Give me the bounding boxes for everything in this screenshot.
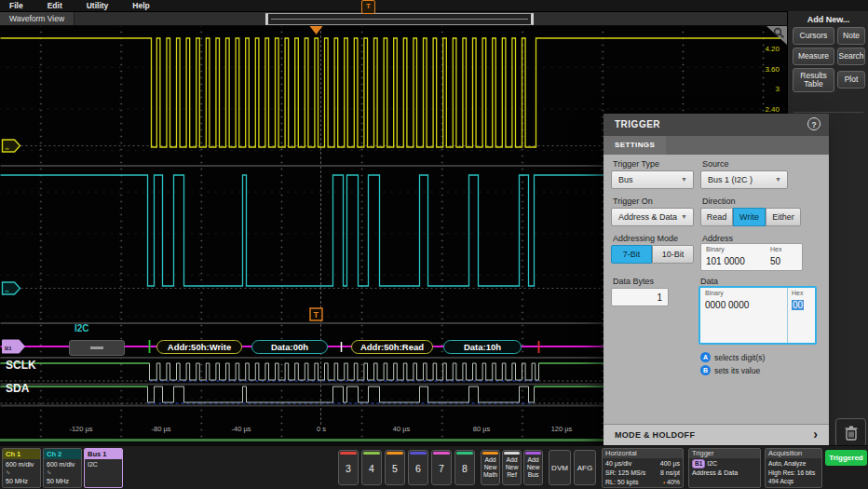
trigger-type-dropdown[interactable]: Bus ▼ <box>611 170 694 189</box>
afg-button[interactable]: AFG <box>574 450 596 485</box>
knob-b-icon: B <box>700 365 711 375</box>
bus-1-badge[interactable]: Bus 1 I2C <box>84 448 123 488</box>
collapse-dash-icon <box>90 346 103 349</box>
bus-1-name: Bus 1 <box>85 449 122 459</box>
decode-data-00h[interactable]: Data:00h <box>251 340 328 354</box>
trigger-mode: Address & Data <box>692 469 757 478</box>
address-input[interactable]: Binary 101 0000 Hex 50 <box>700 243 803 271</box>
bus-1-chip: B1 <box>692 459 705 469</box>
acquisition-settings-badge[interactable]: Acquisition Auto, Analyze High Res: 16 b… <box>765 448 822 488</box>
direction-read-button[interactable]: Read <box>700 208 733 226</box>
decode-data-10h[interactable]: Data:10h <box>443 340 522 354</box>
measure-button[interactable]: Measure <box>793 48 834 65</box>
trigger-on-label: Trigger On <box>613 197 653 206</box>
address-binary-label: Binary <box>706 246 725 252</box>
addressing-7bit-button[interactable]: 7-Bit <box>611 245 652 264</box>
trash-button[interactable] <box>835 418 866 447</box>
data-hex-value-selected[interactable]: 00 <box>792 300 804 310</box>
data-label: Data <box>700 277 718 286</box>
svg-text:‹›: ‹› <box>6 288 9 293</box>
cursors-button[interactable]: Cursors <box>793 27 834 45</box>
trigger-on-dropdown[interactable]: Address & Data ▼ <box>611 208 694 226</box>
menu-edit[interactable]: Edit <box>47 1 62 10</box>
slot-number: 8 <box>455 463 474 474</box>
channel-2-bandwidth: 50 MHz <box>47 478 69 484</box>
plot-button[interactable]: Plot <box>837 71 865 88</box>
add-new-math-button[interactable]: Add New Math <box>481 450 500 485</box>
axis-tick: 40 µs <box>393 425 411 433</box>
data-box-divider <box>787 288 788 343</box>
data-bytes-input[interactable]: 1 <box>611 288 669 306</box>
add-new-ref-button[interactable]: Add New Ref <box>502 450 522 485</box>
scale-label: 3.60 <box>765 65 780 74</box>
address-binary-value[interactable]: 101 0000 <box>706 256 745 266</box>
horizontal-overview-bracket[interactable] <box>265 13 534 25</box>
decode-addr-write[interactable]: Addr:50h:Write <box>156 340 242 354</box>
address-hex-label: Hex <box>770 246 781 252</box>
slot-button-3[interactable]: 3 <box>338 450 359 485</box>
slot-color-stripe <box>433 452 450 455</box>
sidebar-divider <box>793 112 863 113</box>
source-dropdown[interactable]: Bus 1 (I2C ) ▼ <box>700 170 788 189</box>
bus-collapse-handle[interactable] <box>69 340 125 356</box>
axis-tick: -120 µs <box>69 425 92 433</box>
axis-tick: 0 s <box>317 425 326 433</box>
slot-button-6[interactable]: 6 <box>408 450 428 485</box>
acquisition-resolution: High Res: 16 bits <box>768 469 819 478</box>
tab-settings[interactable]: SETTINGS <box>604 136 666 155</box>
slot-button-8[interactable]: 8 <box>454 450 475 485</box>
add-new-bus-button[interactable]: Add New Bus <box>523 450 543 485</box>
direction-label: Direction <box>702 197 736 206</box>
direction-write-button[interactable]: Write <box>733 208 766 226</box>
axis-tick: 120 µs <box>551 425 573 433</box>
channel-1-bandwidth: 50 MHz <box>6 478 28 484</box>
sda-label: SDA <box>6 382 29 395</box>
math-color-stripe <box>482 452 498 455</box>
slot-color-stripe <box>340 452 357 455</box>
overview-trigger-position-marker[interactable]: T <box>361 0 375 14</box>
scale-label: 4.20 <box>765 45 780 53</box>
channel-2-scale: 600 m/div <box>47 460 78 469</box>
address-label: Address <box>702 234 733 243</box>
menu-file[interactable]: File <box>9 1 23 10</box>
slot-button-7[interactable]: 7 <box>431 450 452 485</box>
knob-a-hint: selects digit(s) <box>714 353 765 362</box>
data-binary-label: Binary <box>705 290 724 296</box>
trigger-panel-header[interactable]: TRIGGER ? <box>604 114 829 136</box>
slot-button-5[interactable]: 5 <box>385 450 405 485</box>
help-icon[interactable]: ? <box>807 117 821 130</box>
slot-color-stripe <box>410 452 427 455</box>
direction-either-button[interactable]: Either <box>766 208 801 226</box>
decode-addr-read[interactable]: Addr:50h:Read <box>351 340 433 354</box>
record-length: RL: 50 kpts <box>605 478 638 487</box>
menu-utility[interactable]: Utility <box>87 1 109 10</box>
mode-holdoff-bar[interactable]: MODE & HOLDOFF › <box>604 424 829 446</box>
horizontal-settings-badge[interactable]: Horizontal 40 µs/div 400 µs SR: 125 MS/s… <box>602 448 684 488</box>
acquisition-mode: Auto, Analyze <box>768 459 819 469</box>
magnifier-icon <box>773 27 785 39</box>
ref-color-stripe <box>504 452 520 455</box>
channel-1-badge[interactable]: Ch 1 600 m/div ∿ 50 MHz ⊓⊔ <box>2 448 41 488</box>
search-button[interactable]: Search <box>837 48 865 65</box>
slot-color-stripe <box>456 452 473 455</box>
channel-2-badge[interactable]: Ch 2 600 m/div ∿ 50 MHz ⊓⊔ <box>43 448 82 488</box>
results-table-button[interactable]: Results Table <box>793 68 834 92</box>
slot-button-4[interactable]: 4 <box>361 450 382 485</box>
trigger-type-value: Bus <box>618 175 633 184</box>
data-binary-value[interactable]: 0000 0000 <box>705 300 749 310</box>
trash-icon <box>844 425 859 441</box>
add-new-ref-label: Add New Ref <box>503 456 521 478</box>
menu-help[interactable]: Help <box>132 1 149 10</box>
menu-bar: File Edit Utility Help <box>0 0 868 12</box>
address-hex-value[interactable]: 50 <box>770 256 780 266</box>
tab-waveform-view[interactable]: Waveform View <box>0 12 75 25</box>
trigger-settings-badge[interactable]: Trigger B1 I2C Address & Data <box>688 448 761 488</box>
trigger-on-value: Address & Data <box>618 212 677 222</box>
data-input[interactable]: Binary 0000 0000 Hex 00 <box>698 286 817 345</box>
trigger-panel-body: Trigger Type Bus ▼ Source Bus 1 (I2C ) ▼… <box>604 155 829 424</box>
addressing-10bit-button[interactable]: 10-Bit <box>652 245 694 264</box>
note-button[interactable]: Note <box>837 27 865 45</box>
data-bytes-value: 1 <box>657 292 662 303</box>
scale-label: 2.40 <box>765 105 780 114</box>
dvm-button[interactable]: DVM <box>549 450 571 485</box>
